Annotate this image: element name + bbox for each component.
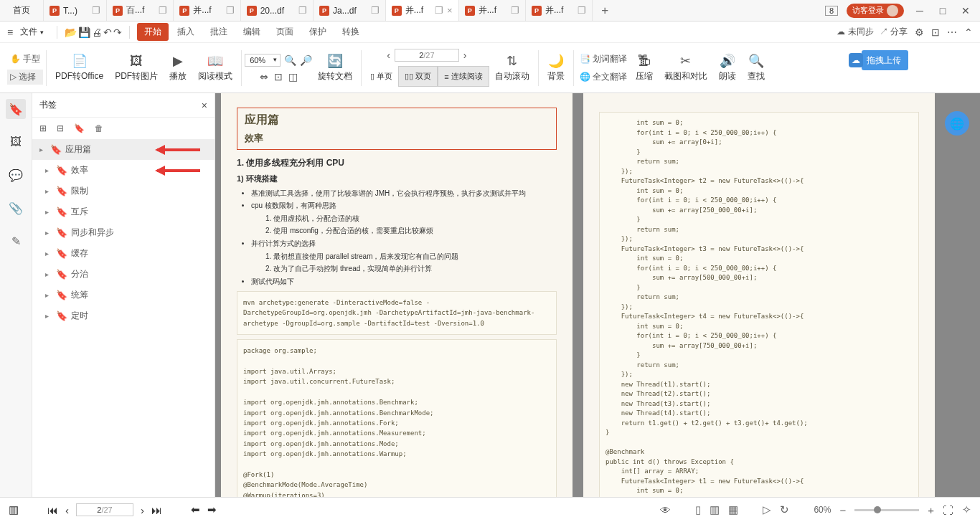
tab-dup-icon[interactable]: ❐ — [435, 5, 443, 16]
screenshot-compare[interactable]: ✂截图和对比 — [659, 53, 713, 82]
bookmark-item-6[interactable]: ▸🔖分治 — [32, 264, 215, 285]
attachment-icon[interactable]: 📎 — [6, 198, 26, 218]
play-button[interactable]: ▶播放 — [164, 53, 192, 82]
more-icon[interactable]: ⋯ — [947, 27, 957, 38]
menu-edit[interactable]: 编辑 — [236, 26, 268, 38]
sb-fullscreen-icon[interactable]: ⛶ — [943, 504, 953, 516]
menu-start[interactable]: 开始 — [137, 23, 169, 41]
tab-doc-4[interactable]: PJa...df❐ — [314, 0, 386, 21]
bookmark-item-5[interactable]: ▸🔖缓存 — [32, 243, 215, 264]
menu-convert[interactable]: 转换 — [335, 26, 367, 38]
tab-dup-icon[interactable]: ❐ — [371, 5, 380, 16]
document-viewport[interactable]: 应用篇 效率 1. 使用多线程充分利用 CPU 1) 环境搭建 基准测试工具选择… — [215, 93, 980, 497]
menu-page[interactable]: 页面 — [269, 26, 301, 38]
login-button[interactable]: 访客登录 — [847, 4, 904, 18]
tab-dup-icon[interactable]: ❐ — [511, 5, 519, 16]
thumbnail-icon[interactable]: 🖼 — [6, 132, 26, 152]
double-page[interactable]: ▯▯ 双页 — [398, 66, 438, 87]
tab-doc-7[interactable]: P并...f❐ — [526, 0, 593, 21]
sb-first-page-icon[interactable]: ⏮ — [47, 504, 58, 516]
float-translate-badge[interactable]: 🌐 — [945, 111, 969, 136]
read-mode[interactable]: 📖阅读模式 — [192, 53, 238, 82]
select-tool[interactable]: ▷ 选择 — [7, 70, 43, 85]
menu-annotate[interactable]: 批注 — [203, 26, 235, 38]
hand-tool[interactable]: ✋ 手型 — [7, 52, 43, 67]
find[interactable]: 🔍查找 — [742, 53, 771, 82]
save-icon[interactable]: 💾 — [78, 27, 90, 38]
tab-doc-2[interactable]: P并...f❐ — [174, 0, 240, 21]
sb-view2-icon[interactable]: ▥ — [710, 503, 720, 516]
actual-size-icon[interactable]: ◫ — [288, 71, 298, 82]
sb-play-icon[interactable]: ▷ — [763, 503, 771, 516]
tab-doc-6[interactable]: P并...f❐ — [459, 0, 526, 21]
next-page-icon[interactable]: › — [463, 49, 467, 61]
tab-dup-icon[interactable]: ❐ — [578, 5, 586, 16]
comment-icon[interactable]: 💬 — [6, 165, 26, 185]
zoom-slider[interactable] — [854, 509, 919, 511]
bookmark-item-8[interactable]: ▸🔖定时 — [32, 305, 215, 326]
read-aloud[interactable]: 🔊朗读 — [713, 53, 742, 82]
tab-doc-1[interactable]: P百...f❐ — [107, 0, 174, 21]
sb-next-page-icon[interactable]: › — [141, 504, 144, 516]
sb-nav-back-icon[interactable]: ⬅ — [191, 503, 200, 516]
share-button[interactable]: ↗ 分享 — [880, 26, 908, 38]
sb-zoom-in-icon[interactable]: + — [928, 504, 934, 516]
feedback-icon[interactable]: ⊡ — [931, 27, 940, 38]
zoom-select[interactable]: 60% ▾ — [245, 54, 281, 67]
hamburger-icon[interactable]: ≡ — [7, 27, 13, 38]
undo-icon[interactable]: ↶ — [103, 27, 112, 38]
word-translate[interactable]: 📑 划词翻译 — [577, 52, 630, 67]
fit-page-icon[interactable]: ⊡ — [274, 71, 283, 82]
prev-page-icon[interactable]: ‹ — [387, 49, 390, 61]
bookmark-item-4[interactable]: ▸🔖同步和异步 — [32, 222, 215, 243]
bookmark-item-3[interactable]: ▸🔖互斥 — [32, 201, 215, 222]
bookmark-item-0[interactable]: ▸🔖应用篇 — [32, 139, 215, 160]
sb-sidebar-icon[interactable]: ▥ — [9, 503, 19, 516]
tab-dup-icon[interactable]: ❐ — [298, 5, 307, 16]
tab-close-icon[interactable]: × — [447, 5, 453, 16]
expand-all-icon[interactable]: ⊞ — [39, 123, 47, 133]
sb-eye-icon[interactable]: 👁 — [660, 504, 671, 516]
auto-scroll[interactable]: ⇅自动滚动 — [489, 53, 535, 82]
compress[interactable]: 🗜压缩 — [630, 54, 659, 82]
collapse-all-icon[interactable]: ⊟ — [57, 123, 64, 133]
sb-loop-icon[interactable]: ↻ — [780, 503, 789, 516]
menu-protect[interactable]: 保护 — [302, 26, 334, 38]
tab-doc-0[interactable]: PT...)❐ — [44, 0, 107, 21]
background[interactable]: 🌙背景 — [542, 53, 570, 82]
single-page[interactable]: ▯ 单页 — [364, 66, 398, 87]
sb-prev-page-icon[interactable]: ‹ — [65, 504, 69, 516]
sb-nav-fwd-icon[interactable]: ➡ — [207, 503, 217, 516]
sb-page-input[interactable]: 2/27 — [76, 503, 133, 516]
delete-bookmark-icon[interactable]: 🗑 — [95, 123, 103, 133]
sb-settings-icon[interactable]: ✧ — [962, 503, 971, 516]
tab-home[interactable]: 首页 — [0, 0, 44, 21]
settings-icon[interactable]: ⚙ — [915, 27, 924, 38]
collapse-icon[interactable]: ⌃ — [964, 27, 973, 38]
zoom-out-icon[interactable]: 🔍 — [284, 54, 296, 66]
edit-icon[interactable]: ✎ — [6, 231, 26, 251]
sb-view1-icon[interactable]: ▯ — [695, 503, 701, 516]
close-icon[interactable]: ✕ — [958, 5, 973, 16]
pdf-to-image[interactable]: 🖼PDF转图片 — [109, 54, 164, 82]
tab-dup-icon[interactable]: ❐ — [226, 5, 235, 16]
print-icon[interactable]: 🖨 — [92, 27, 102, 38]
bookmark-item-7[interactable]: ▸🔖统筹 — [32, 285, 215, 305]
tab-doc-5[interactable]: P并...f❐× — [386, 0, 459, 21]
tab-add[interactable]: + — [593, 4, 617, 18]
tab-dup-icon[interactable]: ❐ — [92, 5, 100, 16]
sb-zoom-out-icon[interactable]: − — [839, 504, 846, 516]
zoom-in-icon[interactable]: 🔎 — [300, 54, 312, 66]
bookmark-icon[interactable]: 🔖 — [6, 99, 26, 119]
pdf-to-office[interactable]: 📄PDF转Office — [50, 53, 109, 82]
add-bookmark-icon[interactable]: 🔖 — [74, 123, 85, 133]
fit-width-icon[interactable]: ⇔ — [260, 71, 268, 82]
sb-view3-icon[interactable]: ▦ — [728, 503, 738, 516]
rotate-doc[interactable]: 🔄旋转文档 — [312, 53, 358, 82]
minimize-icon[interactable]: ─ — [913, 5, 927, 16]
maximize-icon[interactable]: □ — [936, 5, 950, 16]
tab-count[interactable]: 8 — [825, 6, 838, 16]
continuous[interactable]: ≡ 连续阅读 — [438, 66, 489, 87]
page-input[interactable]: 2/27 — [395, 49, 459, 62]
bookmark-item-1[interactable]: ▸🔖效率 — [32, 160, 215, 181]
